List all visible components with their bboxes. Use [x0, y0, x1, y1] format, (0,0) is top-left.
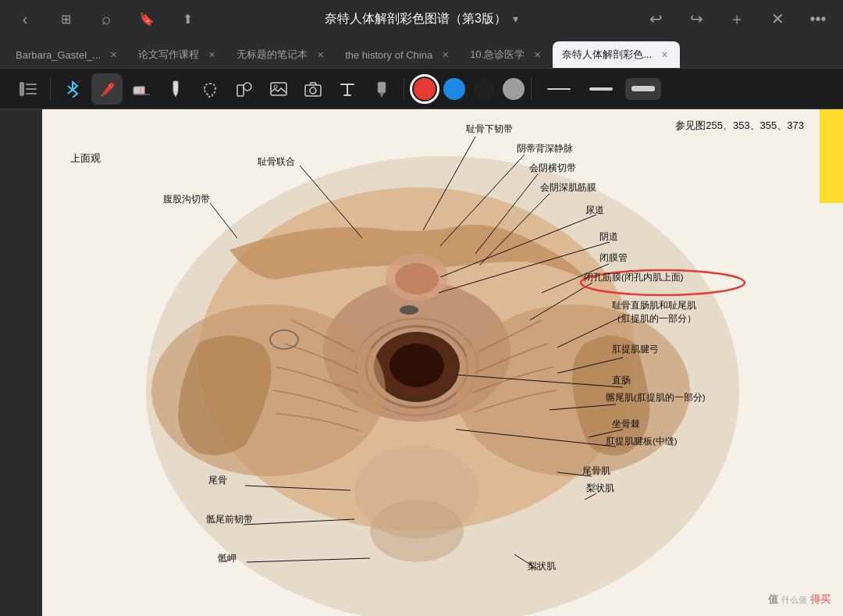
svg-rect-10: [173, 81, 178, 92]
anatomy-svg: [42, 109, 843, 616]
redo-button[interactable]: ↪: [684, 6, 709, 31]
color-gray-button[interactable]: [503, 78, 525, 100]
svg-rect-12: [237, 85, 244, 96]
label-inguinal: 腹股沟切带: [163, 194, 210, 205]
content-area: 参见图255、353、355、373 上面观: [0, 109, 843, 616]
bookmark-icon[interactable]: 🔖: [134, 6, 159, 31]
eraser-tool-button[interactable]: [126, 73, 157, 105]
svg-rect-0: [20, 82, 24, 96]
close-button[interactable]: ✕: [765, 6, 790, 31]
toolbar-sep-1: [50, 78, 51, 100]
tab-barbara-close[interactable]: ✕: [107, 48, 119, 61]
sidebar-toggle-button[interactable]: [12, 73, 44, 105]
label-deep-fascia: 会阴深肌筋膜: [540, 182, 596, 194]
tab-jizhen-label: 10.急诊医学: [470, 48, 525, 62]
svg-point-33: [370, 500, 464, 562]
left-sidebar: [0, 109, 42, 616]
svg-point-25: [389, 344, 444, 387]
search-icon[interactable]: ⌕: [94, 6, 119, 31]
watermark-text3: 得买: [810, 593, 831, 607]
label-coccygeus: 尾骨肌: [582, 465, 610, 477]
shape-tool-button[interactable]: [229, 73, 260, 105]
label-pubic-sym: 耻骨联合: [258, 156, 295, 168]
tab-nate-close[interactable]: ✕: [658, 48, 670, 61]
title-bar-left: ‹ ⊞ ⌕ 🔖 ⬆: [12, 6, 200, 31]
tab-jizhen[interactable]: 10.急诊医学 ✕: [461, 41, 553, 68]
svg-line-5: [68, 90, 73, 94]
label-urethra: 尿道: [585, 205, 604, 216]
svg-rect-3: [26, 93, 37, 94]
tab-barbara-label: Barbara_Gastel_...: [16, 49, 101, 61]
tab-lunwen-label: 论文写作课程: [138, 48, 199, 62]
tab-barbara[interactable]: Barbara_Gastel_... ✕: [6, 41, 129, 68]
thickness-thin-button[interactable]: [541, 78, 577, 100]
label-sacral-promontory: 骶岬: [218, 553, 237, 564]
marker-tool-button[interactable]: [366, 73, 397, 105]
svg-rect-1: [26, 84, 37, 85]
tab-history[interactable]: the history of China ✕: [336, 41, 461, 68]
svg-rect-19: [378, 82, 386, 93]
label-trans-band: 会阴横切带: [529, 162, 576, 174]
watermark-text2: 什么值: [781, 594, 807, 606]
label-iliococcygeus: 髂尾肌(肛提肌的一部分): [606, 392, 706, 404]
tab-lunwen-close[interactable]: ✕: [205, 48, 218, 61]
label-ligament1: 耻骨下韧带: [466, 123, 513, 135]
pencil-tool-button[interactable]: [160, 73, 191, 105]
bluetooth-button[interactable]: [57, 73, 88, 105]
tab-nate[interactable]: 奈特人体解剖彩色... ✕: [553, 41, 680, 68]
tab-history-label: the history of China: [345, 49, 432, 61]
tab-jizhen-close[interactable]: ✕: [531, 48, 543, 61]
label-obturator-canal: 闭膜管: [599, 252, 628, 264]
label-obturator-fascia: 闭孔筋膜(闭孔内肌上面): [584, 272, 684, 283]
title-bar: ‹ ⊞ ⌕ 🔖 ⬆ 奈特人体解剖彩色图谱（第3版） ▾ ↩ ↪ ＋ ✕ •••: [0, 0, 843, 37]
tab-wubiaoti[interactable]: 无标题的笔记本 ✕: [227, 41, 336, 68]
svg-point-13: [244, 83, 251, 91]
lasso-tool-button[interactable]: [194, 73, 226, 105]
more-options-button[interactable]: •••: [806, 6, 831, 31]
thickness-thick-button[interactable]: [625, 78, 661, 100]
svg-rect-16: [305, 85, 321, 96]
tab-wubiaoti-close[interactable]: ✕: [314, 48, 326, 61]
label-vein: 阴蒂背深静脉: [517, 143, 573, 155]
svg-rect-8: [140, 87, 144, 94]
svg-point-17: [310, 87, 316, 94]
app-grid-icon[interactable]: ⊞: [53, 6, 78, 31]
title-dropdown-icon[interactable]: ▾: [513, 12, 518, 25]
thickness-medium-button[interactable]: [583, 78, 619, 100]
undo-button[interactable]: ↩: [643, 6, 668, 31]
tab-history-close[interactable]: ✕: [439, 48, 451, 61]
watermark: 值 什么值 得买: [768, 593, 831, 607]
document-title: 奈特人体解剖彩色图谱（第3版）: [325, 11, 507, 27]
add-page-button[interactable]: ＋: [724, 6, 749, 31]
toolbar-sep-3: [531, 78, 532, 100]
title-bar-center: 奈特人体解剖彩色图谱（第3版） ▾: [325, 11, 518, 27]
text-tool-button[interactable]: [332, 73, 363, 105]
label-levator-plate: 肛提肌腱板(中缝): [606, 436, 678, 447]
label-rectum: 直肠: [612, 375, 631, 386]
toolbar-sep-2: [404, 78, 404, 100]
label-ischial-spine: 坐骨棘: [612, 418, 640, 430]
color-red-button[interactable]: [414, 78, 436, 100]
anatomy-page: 参见图255、353、355、373 上面观: [42, 109, 843, 616]
color-blue-button[interactable]: [443, 78, 465, 100]
color-black-button[interactable]: [473, 78, 495, 100]
image-tool-button[interactable]: [263, 73, 294, 105]
svg-point-31: [395, 263, 439, 294]
svg-rect-14: [271, 83, 286, 95]
svg-point-35: [400, 305, 418, 315]
back-button[interactable]: ‹: [12, 6, 37, 31]
title-bar-right: ↩ ↪ ＋ ✕ •••: [643, 6, 831, 31]
tabs-bar: Barbara_Gastel_... ✕ 论文写作课程 ✕ 无标题的笔记本 ✕ …: [0, 37, 843, 69]
tab-wubiaoti-label: 无标题的笔记本: [237, 48, 308, 62]
label-coccyx: 尾骨: [208, 475, 227, 486]
svg-rect-2: [26, 88, 37, 90]
share-icon[interactable]: ⬆: [175, 6, 200, 31]
label-puborect2: （肛提肌的一部分）: [612, 313, 696, 325]
label-puborect: 耻骨直肠肌和耻尾肌: [612, 300, 696, 312]
pen-tool-button[interactable]: [91, 73, 123, 105]
tab-nate-label: 奈特人体解剖彩色...: [562, 48, 652, 62]
tab-lunwen[interactable]: 论文写作课程 ✕: [129, 41, 227, 68]
toolbar: [0, 69, 843, 109]
camera-tool-button[interactable]: [297, 73, 329, 105]
label-piriformis-l: 梨状肌: [528, 561, 556, 572]
